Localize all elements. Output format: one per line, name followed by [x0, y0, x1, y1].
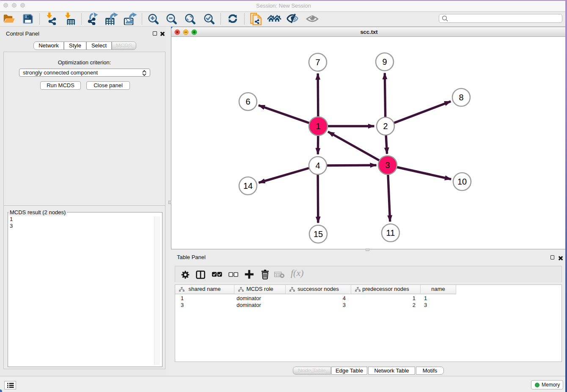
svg-text:3: 3	[385, 160, 390, 170]
svg-text:9: 9	[382, 57, 387, 66]
svg-text:6: 6	[245, 97, 250, 106]
svg-text:15: 15	[314, 229, 323, 239]
svg-text:2: 2	[383, 121, 388, 131]
svg-text:7: 7	[315, 58, 320, 67]
svg-text:8: 8	[459, 93, 463, 102]
svg-text:10: 10	[457, 177, 467, 186]
svg-text:1: 1	[316, 121, 320, 131]
svg-text:14: 14	[243, 181, 253, 190]
svg-text:4: 4	[315, 161, 320, 170]
svg-text:11: 11	[386, 228, 395, 237]
